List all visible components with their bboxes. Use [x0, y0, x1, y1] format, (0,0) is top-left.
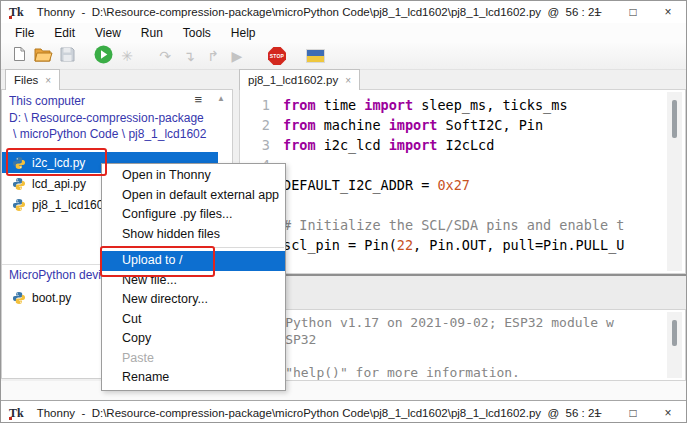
close-icon[interactable]: × [662, 5, 674, 19]
context-item-show-hidden-files[interactable]: Show hidden files [102, 225, 285, 245]
context-menu: Open in ThonnyOpen in default external a… [101, 163, 286, 391]
step-over-icon: ↷ [159, 49, 171, 63]
editor-scrollbar[interactable] [667, 92, 682, 271]
shell-line: Type "help()" for more information. [246, 365, 663, 381]
context-item-configure-py-files[interactable]: Configure .py files... [102, 205, 285, 225]
shell-line: MicroPython v1.17 on 2021-09-02; ESP32 m… [246, 315, 663, 332]
code-area[interactable]: 1from time import sleep_ms, ticks_ms2fro… [240, 90, 663, 273]
scroll-up-icon[interactable]: ▲ [217, 94, 225, 103]
menu-run[interactable]: Run [131, 24, 173, 42]
context-item-new-directory[interactable]: New directory... [102, 290, 285, 310]
ukraine-flag-icon [306, 49, 325, 63]
run-button[interactable] [91, 45, 115, 67]
breadcrumb-path-line1[interactable]: D: \ Resource-compression-package [9, 111, 214, 125]
code-line: 8scl_pin = Pin(22, Pin.OUT, pull=Pin.PUL… [240, 235, 663, 255]
save-button [55, 45, 79, 67]
files-panel-tab[interactable]: Files × [5, 69, 60, 90]
shell-scrollbar-thumb[interactable] [672, 320, 677, 346]
ukraine-flag-button[interactable] [303, 45, 327, 67]
toolbar: ✳↷↴↱▶STOP [1, 43, 686, 70]
shell-output[interactable]: MicroPython v1.17 on 2021-09-02; ESP32 m… [240, 310, 663, 380]
maximize-icon[interactable]: □ [627, 406, 639, 420]
debug-icon: ✳ [121, 49, 133, 63]
file-name: boot.py [32, 291, 71, 305]
code-text: from machine import SoftI2C, Pin [283, 115, 543, 135]
resume-button: ▶ [225, 45, 249, 67]
code-text: from i2c_lcd import I2cLcd [283, 135, 494, 155]
step-into-button: ↴ [177, 45, 201, 67]
context-item-copy[interactable]: Copy [102, 329, 285, 349]
file-name: lcd_api.py [32, 177, 86, 191]
context-item-upload-to[interactable]: Upload to / [102, 251, 285, 271]
context-item-rename[interactable]: Rename [102, 368, 285, 388]
step-into-icon: ↴ [183, 49, 195, 63]
editor-scrollbar-thumb[interactable] [672, 100, 677, 138]
code-text: # Initialize the SCL/SDA pins and enable… [283, 215, 624, 235]
code-line: 1from time import sleep_ms, ticks_ms [240, 95, 663, 115]
maximize-icon[interactable]: □ [627, 5, 639, 19]
menu-view[interactable]: View [85, 24, 131, 42]
python-icon [12, 291, 26, 305]
code-line: 2from machine import SoftI2C, Pin [240, 115, 663, 135]
thonny-window: Tk Thonny - D:\Resource-compression-pack… [0, 0, 687, 423]
step-out-icon: ↱ [207, 49, 219, 63]
window-controls: – □ × [592, 1, 674, 23]
files-root-label[interactable]: This computer [9, 94, 189, 108]
new-file-button[interactable] [7, 45, 31, 67]
resume-icon: ▶ [232, 49, 243, 63]
stop-icon: STOP [268, 47, 286, 65]
minimize-icon[interactable]: – [592, 5, 604, 19]
step-over-button: ↷ [153, 45, 177, 67]
file-name: i2c_lcd.py [32, 156, 85, 170]
shell-scrollbar[interactable] [667, 312, 682, 378]
python-icon [12, 156, 26, 170]
code-text: scl_pin = Pin(22, Pin.OUT, pull=Pin.PULL… [283, 235, 624, 255]
title-bar: Tk Thonny - D:\Resource-compression-pack… [1, 1, 686, 24]
minimize-icon[interactable]: – [592, 406, 604, 420]
tab-close-icon[interactable]: × [45, 75, 51, 86]
python-icon [12, 177, 26, 191]
context-item-open-in-default-external-app[interactable]: Open in default external app [102, 186, 285, 206]
run-icon [94, 45, 113, 68]
thonny-logo-icon: Tk [9, 407, 24, 419]
shell-line: ith ESP32 [246, 332, 663, 349]
context-item-open-in-thonny[interactable]: Open in Thonny [102, 166, 285, 186]
shell-panel: MicroPython v1.17 on 2021-09-02; ESP32 m… [239, 309, 686, 381]
open-folder-icon [34, 47, 53, 66]
python-icon [12, 198, 26, 212]
menu-bar: FileEditViewRunToolsHelp [1, 23, 686, 43]
editor-tab-label: pj8_1_lcd1602.py [248, 74, 338, 86]
code-line: 4 [240, 155, 663, 175]
hamburger-menu-icon[interactable]: ≡ [194, 92, 202, 107]
breadcrumb-path-line2[interactable]: \ microPython Code \ pj8_1_lcd1602 [13, 127, 218, 141]
code-line: 7# Initialize the SCL/SDA pins and enabl… [240, 215, 663, 235]
taskbar: Tk Thonny - D:\Resource-compression-pack… [1, 400, 686, 423]
files-tab-label: Files [14, 74, 38, 86]
editor-tab[interactable]: pj8_1_lcd1602.py × [239, 69, 360, 90]
code-text: DEFAULT_I2C_ADDR = 0x27 [283, 175, 470, 195]
menu-file[interactable]: File [5, 24, 44, 42]
open-folder-button[interactable] [31, 45, 55, 67]
context-item-new-file[interactable]: New file... [102, 271, 285, 291]
close-icon[interactable]: × [662, 406, 674, 420]
thonny-logo-icon: Tk [9, 6, 24, 18]
panel-splitter[interactable] [239, 274, 686, 311]
stop-button[interactable]: STOP [265, 45, 289, 67]
menu-separator [103, 247, 284, 248]
save-icon [60, 47, 75, 66]
menu-help[interactable]: Help [221, 24, 266, 42]
window-title: Thonny - D:\Resource-compression-package… [37, 6, 601, 18]
shell-line [246, 348, 663, 365]
new-file-icon [12, 46, 27, 66]
line-number: 3 [240, 135, 270, 155]
code-line: 6 [240, 195, 663, 215]
step-out-button: ↱ [201, 45, 225, 67]
line-number: 2 [240, 115, 270, 135]
code-text: from time import sleep_ms, ticks_ms [283, 95, 568, 115]
context-item-cut[interactable]: Cut [102, 310, 285, 330]
menu-edit[interactable]: Edit [44, 24, 85, 42]
menu-tools[interactable]: Tools [173, 24, 221, 42]
tab-close-icon[interactable]: × [345, 75, 351, 86]
taskbar-window-controls: – □ × [592, 401, 674, 423]
code-editor: 1from time import sleep_ms, ticks_ms2fro… [239, 89, 686, 274]
